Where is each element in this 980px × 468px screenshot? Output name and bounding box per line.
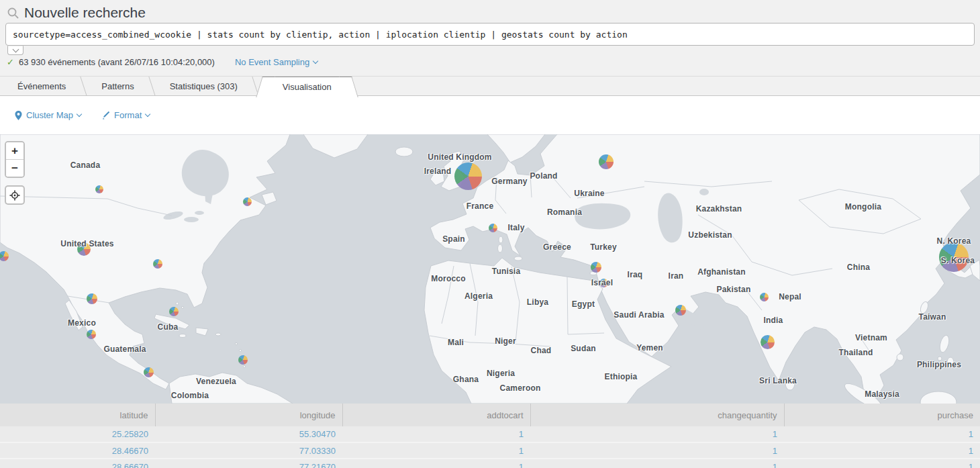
map-country-label: Saudi Arabia — [614, 310, 664, 320]
chevron-down-icon — [145, 111, 150, 117]
map-country-label: Guatemala — [103, 344, 146, 354]
map-country-label: Mongolia — [845, 202, 881, 212]
chevron-down-icon — [313, 58, 318, 64]
pie-chart-marker[interactable] — [153, 259, 162, 269]
column-header-changequantity[interactable]: changequantity — [530, 404, 784, 426]
pie-chart-marker[interactable] — [87, 330, 96, 339]
viz-type-dropdown[interactable]: Cluster Map — [15, 110, 81, 120]
map-country-label: Germany — [491, 177, 527, 186]
table-cell[interactable]: 28.46670 — [0, 442, 155, 459]
map-zoom-control: + − — [5, 141, 25, 178]
column-header-purchase[interactable]: purchase — [784, 404, 980, 426]
table-cell[interactable]: 77.21670 — [155, 459, 342, 468]
map-country-label: S. Korea — [941, 256, 975, 265]
column-header-latitude[interactable]: latitude — [0, 404, 155, 426]
map-country-label: Vietnam — [855, 333, 887, 342]
pie-chart-marker[interactable] — [144, 367, 154, 377]
tab-events[interactable]: Événements — [0, 77, 83, 96]
map-country-label: Venezuela — [196, 377, 236, 386]
paintbrush-icon — [101, 111, 110, 120]
pie-chart-marker[interactable] — [169, 307, 179, 316]
map-country-label: Turkey — [590, 242, 617, 252]
table-cell[interactable]: 1 — [342, 426, 530, 442]
chevron-down-icon — [12, 46, 19, 53]
table-cell[interactable]: 77.03330 — [155, 442, 342, 459]
table-cell[interactable]: 55.30470 — [155, 426, 342, 442]
table-cell[interactable]: 28.66670 — [0, 459, 155, 468]
table-row: 25.2582055.30470111 — [0, 426, 980, 442]
event-sampling-dropdown[interactable]: No Event Sampling — [235, 57, 317, 67]
pie-chart-marker[interactable] — [489, 224, 497, 232]
table-cell[interactable]: 1 — [342, 442, 530, 459]
map-country-label: Mali — [448, 338, 464, 347]
map-country-label: Tunisia — [492, 267, 521, 276]
table-cell[interactable]: 1 — [342, 459, 530, 468]
tab-patterns[interactable]: Patterns — [84, 77, 151, 96]
stats-table: latitudelongitudeaddtocartchangequantity… — [0, 404, 980, 468]
map-country-label: Ireland — [424, 167, 452, 176]
map-country-label: Afghanistan — [697, 267, 746, 277]
pie-chart-marker[interactable] — [591, 262, 601, 273]
map-country-label: Philippines — [917, 360, 961, 369]
map-country-label: Egypt — [572, 299, 595, 309]
pie-chart-marker[interactable] — [238, 355, 248, 365]
column-header-addtocart[interactable]: addtocart — [342, 404, 530, 426]
map-country-label: Spain — [442, 234, 465, 244]
map-country-label: Ukraine — [574, 189, 604, 198]
column-header-longitude[interactable]: longitude — [155, 404, 342, 426]
table-cell[interactable]: 1 — [784, 442, 980, 459]
pie-chart-marker[interactable] — [454, 162, 482, 190]
tab-statistics[interactable]: Statistiques (303) — [152, 77, 255, 96]
job-done-check-icon: ✓ — [7, 57, 14, 67]
search-query-input[interactable]: sourcetype=access_combined_wcookie | sta… — [5, 23, 975, 46]
map-country-label: Iraq — [628, 270, 643, 279]
map-country-label: Colombia — [171, 391, 209, 400]
map-country-label: Italy — [507, 223, 524, 232]
map-country-label: Uzbekistan — [688, 230, 732, 240]
map-country-label: Greece — [543, 242, 571, 252]
map-locate-button[interactable] — [5, 185, 25, 205]
map-country-label: Thailand — [839, 348, 873, 357]
table-cell[interactable]: 1 — [530, 426, 784, 442]
world-map — [0, 134, 980, 404]
tab-visualization[interactable]: Visualisation — [265, 77, 349, 96]
map-country-label: Pakistan — [717, 285, 751, 294]
map-country-label: Chad — [531, 346, 552, 355]
table-cell[interactable]: 1 — [784, 459, 980, 468]
format-dropdown[interactable]: Format — [101, 110, 150, 120]
map-country-label: Sudan — [571, 344, 596, 353]
cluster-map[interactable]: CanadaUnited StatesMexicoCubaGuatemalaVe… — [0, 134, 980, 404]
pie-chart-marker[interactable] — [760, 293, 769, 301]
pie-chart-marker[interactable] — [599, 154, 614, 169]
map-country-label: Yemen — [636, 343, 663, 353]
map-pin-icon — [15, 111, 22, 120]
pie-chart-marker[interactable] — [0, 251, 9, 261]
search-query-text: sourcetype=access_combined_wcookie | sta… — [13, 30, 628, 40]
title-row: Nouvelle recherche — [0, 0, 980, 23]
table-cell[interactable]: 1 — [530, 459, 784, 468]
map-country-label: Iran — [669, 271, 684, 281]
zoom-out-button[interactable]: − — [6, 160, 23, 177]
pie-chart-marker[interactable] — [87, 293, 97, 304]
table-cell[interactable]: 1 — [530, 442, 784, 459]
zoom-in-button[interactable]: + — [6, 142, 23, 160]
pie-chart-marker[interactable] — [95, 185, 103, 193]
map-country-label: Libya — [527, 297, 548, 307]
status-row: ✓ 63 930 événements (avant 26/07/16 10:0… — [0, 46, 980, 67]
map-country-label: Israel — [591, 278, 614, 287]
search-expand-toggle[interactable] — [7, 46, 23, 55]
map-country-label: Kazakhstan — [696, 204, 742, 214]
map-country-label: Mexico — [68, 318, 96, 328]
pie-chart-marker[interactable] — [761, 335, 775, 349]
splunk-search-page: Nouvelle recherche sourcetype=access_com… — [0, 0, 980, 468]
event-count-text: 63 930 événements (avant 26/07/16 10:04:… — [19, 57, 215, 67]
pie-chart-marker[interactable] — [675, 305, 686, 316]
map-country-label: Romania — [547, 207, 582, 217]
map-country-label: Ghana — [453, 375, 479, 384]
map-country-label: India — [763, 316, 783, 325]
pie-chart-marker[interactable] — [243, 197, 252, 206]
search-header: Nouvelle recherche sourcetype=access_com… — [0, 0, 980, 77]
table-body: 25.2582055.3047011128.4667077.0333011128… — [0, 426, 980, 468]
table-cell[interactable]: 1 — [784, 426, 980, 442]
table-cell[interactable]: 25.25820 — [0, 426, 155, 442]
